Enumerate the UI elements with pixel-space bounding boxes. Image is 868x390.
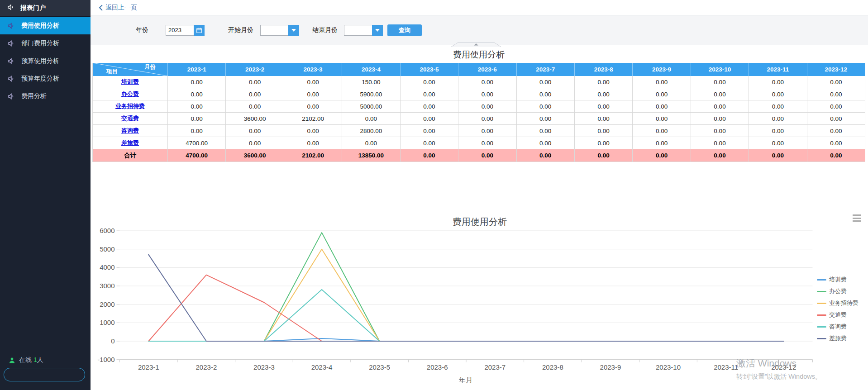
table-cell: 0.00: [458, 88, 516, 100]
legend-item[interactable]: 业务招待费: [817, 297, 858, 309]
start-month-input[interactable]: [260, 25, 288, 36]
sidebar-item-0[interactable]: 费用使用分析: [0, 17, 91, 34]
end-month-input[interactable]: [344, 25, 372, 36]
table-cell: 0.00: [807, 113, 865, 124]
table-cell: 0.00: [633, 88, 691, 100]
row-link[interactable]: 业务招待费: [115, 102, 145, 110]
year-input[interactable]: [166, 25, 194, 36]
sidebar-item-2[interactable]: 预算使用分析: [0, 52, 91, 70]
sidebar-item-3[interactable]: 预算年度分析: [0, 70, 91, 87]
row-link[interactable]: 办公费: [121, 90, 139, 98]
expense-table: 月份 项目 2023-12023-22023-32023-42023-52023…: [92, 63, 865, 162]
table-cell: 0.00: [401, 137, 458, 149]
corner-label-item: 项目: [106, 68, 118, 76]
legend-label: 业务招待费: [829, 299, 858, 307]
table-cell: 0.00: [807, 100, 865, 112]
svg-text:2023-11: 2023-11: [714, 363, 738, 371]
column-header: 2023-2: [226, 63, 284, 76]
table-cell: 0.00: [575, 100, 633, 112]
svg-text:2023-2: 2023-2: [196, 363, 217, 371]
end-month-dropdown-button[interactable]: [372, 25, 383, 36]
query-button[interactable]: 查询: [387, 24, 422, 36]
legend-marker: [817, 303, 826, 304]
svg-text:费用使用分析: 费用使用分析: [453, 217, 507, 227]
year-label: 年份: [136, 26, 148, 34]
legend-item[interactable]: 差旅费: [817, 333, 858, 344]
table-cell: 0.00: [226, 125, 284, 137]
start-month-select: [260, 25, 299, 36]
table-cell: 0.00: [284, 100, 342, 112]
expense-line-chart: 费用使用分析-100001000200030004000500060002023…: [92, 213, 867, 390]
row-label-cell: 交通费: [93, 113, 168, 124]
online-status: 在线 1人: [9, 356, 43, 364]
speaker-icon: [8, 40, 15, 47]
table-cell: 0.00: [749, 125, 807, 137]
table-cell: 0.00: [342, 113, 400, 124]
filter-collapse-handle[interactable]: [451, 41, 501, 46]
table-cell: 0.00: [807, 88, 865, 100]
sidebar-item-1[interactable]: 部门费用分析: [0, 34, 91, 52]
table-cell: 0.00: [226, 137, 284, 149]
corner-label-month: 月份: [144, 63, 156, 71]
table-cell: 0.00: [691, 125, 749, 137]
table-header-row: 月份 项目 2023-12023-22023-32023-42023-52023…: [93, 63, 865, 76]
row-label-cell: 业务招待费: [93, 100, 168, 112]
column-header: 2023-5: [401, 63, 458, 76]
svg-text:2023-10: 2023-10: [656, 363, 681, 371]
table-cell: 0.00: [458, 113, 516, 124]
table-cell: 0.00: [401, 76, 458, 88]
speaker-icon: [8, 57, 15, 65]
row-link[interactable]: 培训费: [121, 78, 139, 86]
sidebar-item-4[interactable]: 费用分析: [0, 87, 91, 105]
row-link[interactable]: 咨询费: [121, 127, 139, 135]
table-cell: 0.00: [633, 137, 691, 149]
table-row: 咨询费0.000.000.002800.000.000.000.000.000.…: [93, 125, 865, 137]
table-cell: 0.00: [284, 125, 342, 137]
table-cell: 0.00: [575, 149, 633, 162]
table-cell: 0.00: [691, 88, 749, 100]
svg-text:2023-4: 2023-4: [311, 363, 333, 371]
table-cell: 2102.00: [284, 113, 342, 124]
table-total-row: 合计4700.003600.002102.0013850.000.000.000…: [93, 149, 865, 162]
table-row: 业务招待费0.000.000.005000.000.000.000.000.00…: [93, 100, 865, 113]
table-cell: 5900.00: [342, 88, 400, 100]
table-cell: 0.00: [633, 76, 691, 88]
table-cell: 0.00: [168, 113, 226, 124]
legend-item[interactable]: 咨询费: [817, 321, 858, 333]
row-link[interactable]: 差旅费: [121, 139, 139, 147]
table-cell: 3600.00: [226, 149, 284, 162]
calendar-button[interactable]: [194, 25, 205, 36]
svg-text:0: 0: [111, 337, 114, 345]
legend-item[interactable]: 办公费: [817, 285, 858, 297]
sidebar-search-input[interactable]: [4, 371, 93, 378]
back-label: 返回上一页: [105, 4, 137, 12]
back-button[interactable]: 返回上一页: [99, 4, 137, 12]
table-cell: 0.00: [807, 149, 865, 162]
table-cell: 0.00: [342, 137, 400, 149]
table-row: 交通费0.003600.002102.000.000.000.000.000.0…: [93, 113, 865, 125]
expense-chart-panel: 费用使用分析-100001000200030004000500060002023…: [92, 213, 867, 390]
sidebar-header[interactable]: 报表门户: [0, 0, 91, 17]
legend-label: 培训费: [829, 276, 847, 284]
legend-item[interactable]: 培训费: [817, 274, 858, 285]
table-row: 办公费0.000.000.005900.000.000.000.000.000.…: [93, 88, 865, 100]
table-cell: 0.00: [401, 149, 458, 162]
sidebar-header-label: 报表门户: [20, 4, 46, 12]
svg-text:2023-6: 2023-6: [427, 363, 448, 371]
chart-menu-icon[interactable]: [853, 214, 861, 222]
table-cell: 0.00: [807, 137, 865, 149]
chevron-down-icon: [375, 29, 380, 32]
speaker-icon: [7, 4, 14, 12]
sidebar-search: [4, 368, 85, 381]
table-cell: 0.00: [633, 113, 691, 124]
svg-text:2023-5: 2023-5: [369, 363, 390, 371]
svg-text:2023-1: 2023-1: [138, 363, 159, 371]
table-cell: 0.00: [749, 113, 807, 124]
legend-item[interactable]: 交通费: [817, 309, 858, 321]
row-link[interactable]: 交通费: [121, 114, 139, 123]
legend-marker: [817, 291, 826, 292]
table-cell: 0.00: [517, 137, 575, 149]
table-cell: 0.00: [401, 125, 458, 137]
start-month-dropdown-button[interactable]: [288, 25, 299, 36]
speaker-icon: [8, 22, 15, 29]
